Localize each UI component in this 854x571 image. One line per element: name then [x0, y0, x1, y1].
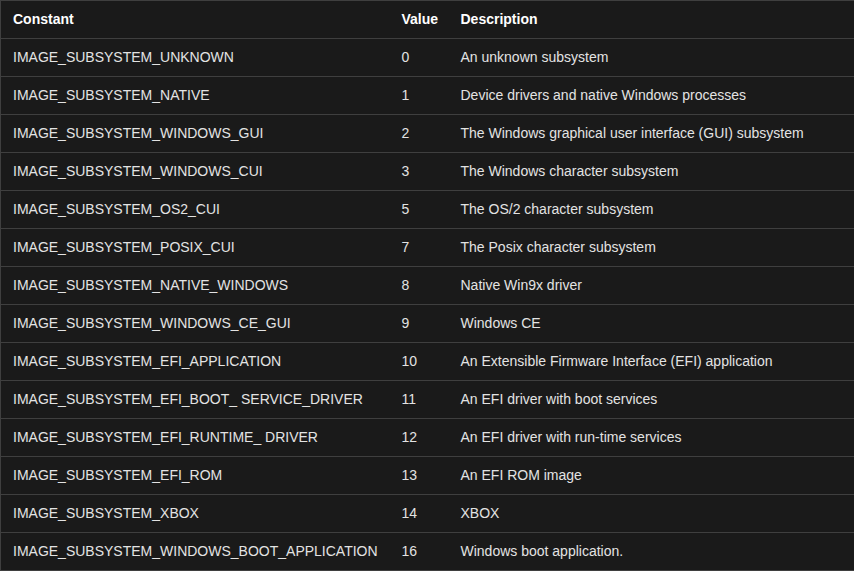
column-header-description: Description	[449, 1, 854, 39]
table-row: IMAGE_SUBSYSTEM_NATIVE1Device drivers an…	[1, 77, 854, 115]
constant-cell: IMAGE_SUBSYSTEM_EFI_RUNTIME_ DRIVER	[1, 419, 390, 457]
table-row: IMAGE_SUBSYSTEM_EFI_ROM13An EFI ROM imag…	[1, 457, 854, 495]
constant-cell: IMAGE_SUBSYSTEM_WINDOWS_CUI	[1, 153, 390, 191]
column-header-constant: Constant	[1, 1, 390, 39]
value-cell: 3	[390, 153, 449, 191]
value-cell: 5	[390, 191, 449, 229]
constant-cell: IMAGE_SUBSYSTEM_POSIX_CUI	[1, 229, 390, 267]
table-row: IMAGE_SUBSYSTEM_WINDOWS_GUI2The Windows …	[1, 115, 854, 153]
description-cell: XBOX	[449, 495, 854, 533]
description-cell: The Windows character subsystem	[449, 153, 854, 191]
subsystem-constants-table: Constant Value Description IMAGE_SUBSYST…	[0, 0, 854, 571]
constant-cell: IMAGE_SUBSYSTEM_WINDOWS_BOOT_APPLICATION	[1, 533, 390, 571]
constant-cell: IMAGE_SUBSYSTEM_EFI_APPLICATION	[1, 343, 390, 381]
description-cell: An EFI driver with run-time services	[449, 419, 854, 457]
table-row: IMAGE_SUBSYSTEM_WINDOWS_BOOT_APPLICATION…	[1, 533, 854, 571]
constant-cell: IMAGE_SUBSYSTEM_EFI_BOOT_ SERVICE_DRIVER	[1, 381, 390, 419]
table-row: IMAGE_SUBSYSTEM_EFI_APPLICATION10An Exte…	[1, 343, 854, 381]
description-cell: The Windows graphical user interface (GU…	[449, 115, 854, 153]
constant-cell: IMAGE_SUBSYSTEM_OS2_CUI	[1, 191, 390, 229]
table-row: IMAGE_SUBSYSTEM_UNKNOWN0An unknown subsy…	[1, 39, 854, 77]
value-cell: 9	[390, 305, 449, 343]
description-cell: Native Win9x driver	[449, 267, 854, 305]
column-header-value: Value	[390, 1, 449, 39]
description-cell: Device drivers and native Windows proces…	[449, 77, 854, 115]
constant-cell: IMAGE_SUBSYSTEM_EFI_ROM	[1, 457, 390, 495]
constant-cell: IMAGE_SUBSYSTEM_XBOX	[1, 495, 390, 533]
table-row: IMAGE_SUBSYSTEM_WINDOWS_CUI3The Windows …	[1, 153, 854, 191]
description-cell: Windows boot application.	[449, 533, 854, 571]
value-cell: 10	[390, 343, 449, 381]
description-cell: An Extensible Firmware Interface (EFI) a…	[449, 343, 854, 381]
table-row: IMAGE_SUBSYSTEM_EFI_BOOT_ SERVICE_DRIVER…	[1, 381, 854, 419]
description-cell: An EFI driver with boot services	[449, 381, 854, 419]
description-cell: The OS/2 character subsystem	[449, 191, 854, 229]
value-cell: 13	[390, 457, 449, 495]
table-row: IMAGE_SUBSYSTEM_POSIX_CUI7The Posix char…	[1, 229, 854, 267]
table-body: IMAGE_SUBSYSTEM_UNKNOWN0An unknown subsy…	[1, 39, 854, 571]
value-cell: 8	[390, 267, 449, 305]
description-cell: Windows CE	[449, 305, 854, 343]
table-row: IMAGE_SUBSYSTEM_NATIVE_WINDOWS8Native Wi…	[1, 267, 854, 305]
table-row: IMAGE_SUBSYSTEM_XBOX14XBOX	[1, 495, 854, 533]
value-cell: 1	[390, 77, 449, 115]
constant-cell: IMAGE_SUBSYSTEM_UNKNOWN	[1, 39, 390, 77]
value-cell: 0	[390, 39, 449, 77]
table-row: IMAGE_SUBSYSTEM_WINDOWS_CE_GUI9Windows C…	[1, 305, 854, 343]
value-cell: 2	[390, 115, 449, 153]
constant-cell: IMAGE_SUBSYSTEM_NATIVE	[1, 77, 390, 115]
value-cell: 16	[390, 533, 449, 571]
constant-cell: IMAGE_SUBSYSTEM_WINDOWS_GUI	[1, 115, 390, 153]
table-row: IMAGE_SUBSYSTEM_EFI_RUNTIME_ DRIVER12An …	[1, 419, 854, 457]
table-header: Constant Value Description	[1, 1, 854, 39]
constant-cell: IMAGE_SUBSYSTEM_NATIVE_WINDOWS	[1, 267, 390, 305]
value-cell: 12	[390, 419, 449, 457]
value-cell: 11	[390, 381, 449, 419]
constant-cell: IMAGE_SUBSYSTEM_WINDOWS_CE_GUI	[1, 305, 390, 343]
table-row: IMAGE_SUBSYSTEM_OS2_CUI5The OS/2 charact…	[1, 191, 854, 229]
description-cell: An EFI ROM image	[449, 457, 854, 495]
value-cell: 14	[390, 495, 449, 533]
value-cell: 7	[390, 229, 449, 267]
description-cell: The Posix character subsystem	[449, 229, 854, 267]
description-cell: An unknown subsystem	[449, 39, 854, 77]
header-row: Constant Value Description	[1, 1, 854, 39]
